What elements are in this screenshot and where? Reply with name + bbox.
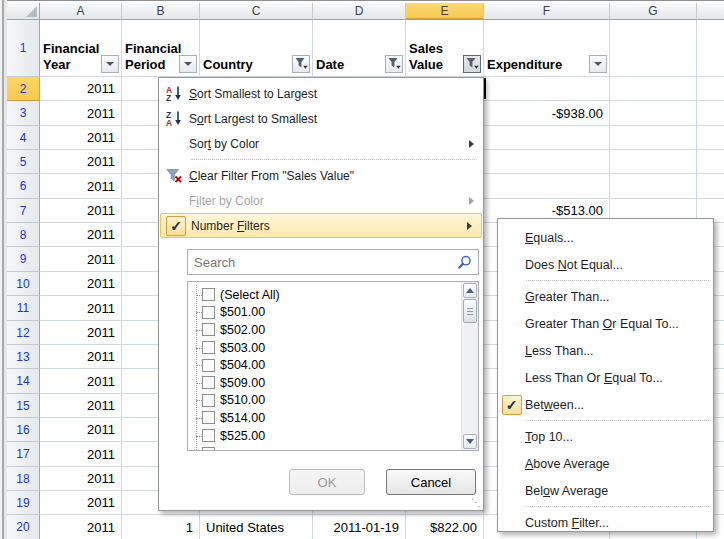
header-cell-E[interactable]: Sales Value [406, 20, 484, 77]
cell-H4[interactable] [697, 126, 724, 150]
submenu-item-top-10[interactable]: Top 10... [498, 423, 713, 450]
cell-H6[interactable] [697, 174, 724, 199]
submenu-item-does-not-equal[interactable]: Does Not Equal... [498, 251, 713, 278]
scrollbar[interactable] [461, 282, 478, 450]
cell-F3[interactable]: -$938.00 [484, 101, 610, 126]
cell-H2[interactable] [697, 77, 724, 101]
menu-item-sort-smallest-to-largest[interactable]: AZSort Smallest to Largest [159, 81, 483, 106]
header-cell-partial[interactable] [697, 20, 724, 77]
cell-A2[interactable]: 2011 [40, 77, 122, 101]
row-header-20[interactable]: 20 [7, 515, 40, 539]
ok-button[interactable]: OK [289, 469, 365, 495]
row-header-10[interactable]: 10 [7, 272, 40, 296]
checkbox-unchecked-icon[interactable] [202, 359, 215, 372]
select-all-corner[interactable] [7, 3, 40, 20]
row-header-19[interactable]: 19 [7, 491, 40, 515]
checkbox-unchecked-icon[interactable] [202, 288, 215, 301]
cell-D20[interactable]: 2011-01-19 [313, 515, 406, 539]
menu-item-sort-largest-to-smallest[interactable]: ZASort Largest to Smallest [159, 106, 483, 131]
cell-G2[interactable] [610, 77, 697, 101]
row-header-8[interactable]: 8 [7, 223, 40, 247]
row-header-18[interactable]: 18 [7, 467, 40, 491]
header-cell-B[interactable]: Financial Period [122, 20, 200, 77]
column-header-B[interactable]: B [122, 3, 200, 20]
column-header-D[interactable]: D [313, 3, 406, 20]
checkbox-unchecked-icon[interactable] [202, 429, 215, 442]
column-header-A[interactable]: A [40, 3, 122, 20]
cell-A11[interactable]: 2011 [40, 296, 122, 321]
filter-value-504-00[interactable]: $504.00 [188, 356, 461, 374]
cell-A9[interactable]: 2011 [40, 247, 122, 272]
checkbox-unchecked-icon[interactable] [202, 411, 215, 424]
checkbox-unchecked-icon[interactable] [202, 447, 215, 451]
scroll-up-button[interactable] [463, 283, 477, 298]
column-header-E[interactable]: E [406, 3, 484, 20]
filter-button-D[interactable] [385, 55, 403, 73]
filter-value-510-00[interactable]: $510.00 [188, 392, 461, 410]
checkbox-unchecked-icon[interactable] [202, 341, 215, 354]
header-cell-D[interactable]: Date [313, 20, 406, 77]
row-header-7[interactable]: 7 [7, 199, 40, 223]
filter-value-525-00[interactable]: $525.00 [188, 427, 461, 445]
submenu-item-custom-filter[interactable]: Custom Filter... [498, 509, 713, 536]
magnifier-icon[interactable] [457, 255, 472, 274]
cell-F6[interactable] [484, 174, 610, 199]
row-header-6[interactable]: 6 [7, 174, 40, 199]
filter-value-503-00[interactable]: $503.00 [188, 339, 461, 357]
cell-E20[interactable]: $822.00 [406, 515, 484, 539]
header-cell-G[interactable] [610, 20, 697, 77]
column-header-C[interactable]: C [200, 3, 313, 20]
submenu-item-greater-than-or-equal-to[interactable]: Greater Than Or Equal To... [498, 310, 713, 337]
menu-item-number-filters[interactable]: ✓Number Filters [160, 213, 482, 238]
cell-A7[interactable]: 2011 [40, 199, 122, 223]
row-header-9[interactable]: 9 [7, 247, 40, 272]
scroll-thumb[interactable] [463, 299, 477, 323]
cell-A14[interactable]: 2011 [40, 369, 122, 394]
checkbox-unchecked-icon[interactable] [202, 394, 215, 407]
header-cell-A[interactable]: Financial Year [40, 20, 122, 77]
cell-A3[interactable]: 2011 [40, 101, 122, 126]
row-header-2[interactable]: 2 [7, 77, 40, 101]
row-header-12[interactable]: 12 [7, 321, 40, 345]
checkbox-unchecked-icon[interactable] [202, 306, 215, 319]
cell-G5[interactable] [610, 150, 697, 174]
filter-value-514-00[interactable]: $514.00 [188, 409, 461, 427]
column-header-partial[interactable] [697, 3, 724, 20]
filter-button-E[interactable] [463, 55, 481, 73]
cell-A4[interactable]: 2011 [40, 126, 122, 150]
cell-A16[interactable]: 2011 [40, 418, 122, 442]
dropdown-button-A[interactable] [101, 55, 119, 73]
column-header-F[interactable]: F [484, 3, 610, 20]
submenu-item-below-average[interactable]: Below Average [498, 477, 713, 504]
filter-button-C[interactable] [292, 55, 310, 73]
cell-A6[interactable]: 2011 [40, 174, 122, 199]
search-input[interactable]: Search [187, 249, 479, 275]
cell-A15[interactable]: 2011 [40, 394, 122, 418]
submenu-item-equals[interactable]: Equals... [498, 224, 713, 251]
row-header-1[interactable]: 1 [7, 20, 40, 77]
cell-A19[interactable]: 2011 [40, 491, 122, 515]
cell-H5[interactable] [697, 150, 724, 174]
cell-G3[interactable] [610, 101, 697, 126]
submenu-item-between[interactable]: ✓Between... [498, 391, 713, 418]
filter-value-partial[interactable] [188, 444, 461, 451]
row-header-11[interactable]: 11 [7, 296, 40, 321]
row-header-13[interactable]: 13 [7, 345, 40, 369]
cancel-button[interactable]: Cancel [386, 469, 476, 495]
cell-G6[interactable] [610, 174, 697, 199]
header-cell-F[interactable]: Expenditure [484, 20, 610, 77]
dropdown-button-F[interactable] [589, 55, 607, 73]
submenu-item-above-average[interactable]: Above Average [498, 450, 713, 477]
cell-B20[interactable]: 1 [122, 515, 200, 539]
row-header-17[interactable]: 17 [7, 442, 40, 467]
cell-A20[interactable]: 2011 [40, 515, 122, 539]
checkbox-unchecked-icon[interactable] [202, 376, 215, 389]
resize-grip[interactable]: ⋱ [469, 497, 481, 509]
column-header-G[interactable]: G [610, 3, 697, 20]
cell-A12[interactable]: 2011 [40, 321, 122, 345]
cell-A5[interactable]: 2011 [40, 150, 122, 174]
cell-F2[interactable] [484, 77, 610, 101]
row-header-16[interactable]: 16 [7, 418, 40, 442]
filter-value-509-00[interactable]: $509.00 [188, 374, 461, 392]
scroll-down-button[interactable] [463, 434, 477, 449]
